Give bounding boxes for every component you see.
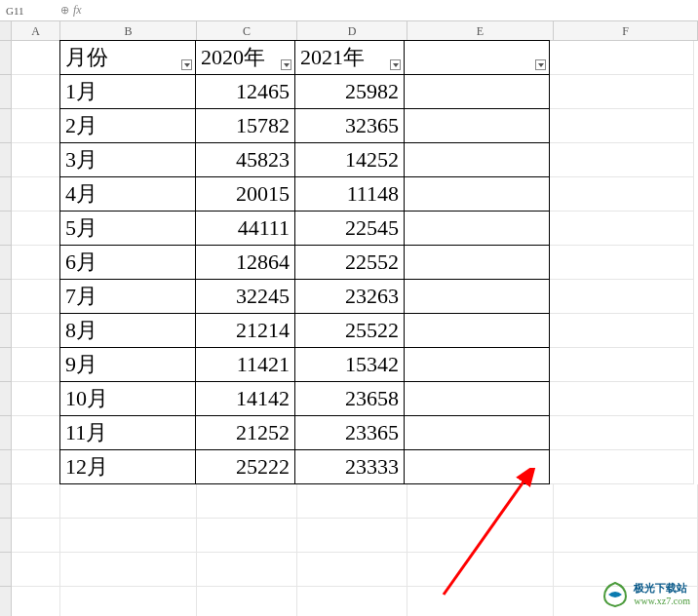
cell-y2020[interactable]: 21252 bbox=[195, 415, 295, 450]
cell[interactable] bbox=[12, 109, 60, 143]
row-header[interactable] bbox=[0, 416, 12, 450]
cell-y2020[interactable]: 11421 bbox=[195, 347, 295, 382]
cell[interactable] bbox=[297, 553, 407, 587]
cell-empty[interactable] bbox=[404, 449, 550, 484]
cell-y2021[interactable]: 14252 bbox=[294, 142, 405, 177]
row-header[interactable] bbox=[0, 246, 12, 280]
cell[interactable] bbox=[12, 348, 60, 382]
cell-y2021[interactable]: 11148 bbox=[294, 176, 405, 212]
cell-y2020[interactable]: 44111 bbox=[195, 211, 295, 246]
cell[interactable] bbox=[12, 587, 60, 616]
cell-y2020[interactable]: 45823 bbox=[195, 142, 295, 177]
col-header-D[interactable]: D bbox=[297, 21, 407, 41]
row-header[interactable] bbox=[0, 109, 12, 143]
cell[interactable] bbox=[550, 246, 694, 280]
cell-y2020[interactable]: 25222 bbox=[195, 449, 295, 484]
header-year2[interactable]: 2021年 bbox=[294, 40, 405, 75]
row-header[interactable] bbox=[0, 280, 12, 314]
cell[interactable] bbox=[554, 484, 698, 519]
cell[interactable] bbox=[550, 109, 694, 143]
cell-y2021[interactable]: 22552 bbox=[294, 245, 405, 280]
cell[interactable] bbox=[407, 484, 554, 519]
cell[interactable] bbox=[550, 314, 694, 348]
cell[interactable] bbox=[550, 75, 694, 109]
cell[interactable] bbox=[407, 519, 554, 553]
cell-empty[interactable] bbox=[404, 108, 550, 143]
cell-y2021[interactable]: 25982 bbox=[294, 74, 405, 109]
cell[interactable] bbox=[407, 553, 554, 587]
cell-month[interactable]: 3月 bbox=[59, 142, 196, 177]
col-header-E[interactable]: E bbox=[407, 21, 554, 41]
cell-y2021[interactable]: 15342 bbox=[294, 347, 405, 382]
cell[interactable] bbox=[12, 212, 60, 246]
cell[interactable] bbox=[12, 143, 60, 177]
row-header[interactable] bbox=[0, 348, 12, 382]
cell[interactable] bbox=[197, 519, 297, 553]
cell-y2020[interactable]: 12864 bbox=[195, 245, 295, 280]
cell[interactable] bbox=[12, 519, 60, 553]
cell-y2020[interactable]: 14142 bbox=[195, 381, 295, 416]
cell[interactable] bbox=[197, 484, 297, 519]
cell[interactable] bbox=[550, 280, 694, 314]
cell[interactable] bbox=[297, 484, 407, 519]
cell-y2021[interactable]: 23658 bbox=[294, 381, 405, 416]
cell[interactable] bbox=[12, 382, 60, 416]
cell[interactable] bbox=[12, 246, 60, 280]
row-header[interactable] bbox=[0, 75, 12, 109]
cell-month[interactable]: 6月 bbox=[59, 245, 196, 280]
cell-month[interactable]: 10月 bbox=[59, 381, 196, 416]
row-header[interactable] bbox=[0, 314, 12, 348]
cell-y2021[interactable]: 23365 bbox=[294, 415, 405, 450]
cell[interactable] bbox=[550, 348, 694, 382]
cell-empty[interactable] bbox=[404, 415, 550, 450]
cell[interactable] bbox=[197, 553, 297, 587]
cell[interactable] bbox=[12, 314, 60, 348]
cell-empty[interactable] bbox=[404, 347, 550, 382]
row-header[interactable] bbox=[0, 212, 12, 246]
filter-dropdown-icon[interactable] bbox=[390, 59, 401, 70]
cell-y2021[interactable]: 32365 bbox=[294, 108, 405, 143]
cell[interactable] bbox=[550, 416, 694, 450]
cell-empty[interactable] bbox=[404, 313, 550, 348]
name-box[interactable]: G11 bbox=[2, 5, 60, 17]
cell-y2020[interactable]: 32245 bbox=[195, 279, 295, 314]
filter-dropdown-icon[interactable] bbox=[535, 59, 546, 70]
select-all-corner[interactable] bbox=[0, 21, 12, 41]
cell-empty[interactable] bbox=[404, 142, 550, 177]
cell[interactable] bbox=[554, 519, 698, 553]
cell[interactable] bbox=[297, 587, 407, 616]
cell[interactable] bbox=[550, 41, 694, 75]
col-header-C[interactable]: C bbox=[197, 21, 297, 41]
cell-empty[interactable] bbox=[404, 211, 550, 246]
cell-month[interactable]: 7月 bbox=[59, 279, 196, 314]
cell-month[interactable]: 5月 bbox=[59, 211, 196, 246]
row-header[interactable] bbox=[0, 382, 12, 416]
cell-empty[interactable] bbox=[404, 279, 550, 314]
col-header-F[interactable]: F bbox=[554, 21, 698, 41]
row-header[interactable] bbox=[0, 484, 12, 519]
cell[interactable] bbox=[407, 587, 554, 616]
cell[interactable] bbox=[550, 177, 694, 212]
cell-month[interactable]: 2月 bbox=[59, 108, 196, 143]
cell-month[interactable]: 4月 bbox=[59, 176, 196, 212]
cell[interactable] bbox=[12, 75, 60, 109]
cell[interactable] bbox=[12, 41, 60, 75]
cell[interactable] bbox=[550, 212, 694, 246]
cell-month[interactable]: 11月 bbox=[59, 415, 196, 450]
cell[interactable] bbox=[60, 519, 197, 553]
filter-dropdown-icon[interactable] bbox=[181, 59, 192, 70]
row-header[interactable] bbox=[0, 553, 12, 587]
cell-y2021[interactable]: 22545 bbox=[294, 211, 405, 246]
cell-y2020[interactable]: 15782 bbox=[195, 108, 295, 143]
cell[interactable] bbox=[550, 143, 694, 177]
cell-month[interactable]: 12月 bbox=[59, 449, 196, 484]
cell[interactable] bbox=[12, 280, 60, 314]
cell-y2021[interactable]: 23263 bbox=[294, 279, 405, 314]
cell-empty[interactable] bbox=[404, 381, 550, 416]
cell[interactable] bbox=[550, 382, 694, 416]
cell-month[interactable]: 9月 bbox=[59, 347, 196, 382]
header-year1[interactable]: 2020年 bbox=[195, 40, 295, 75]
cell[interactable] bbox=[12, 416, 60, 450]
filter-dropdown-icon[interactable] bbox=[281, 59, 291, 70]
cell[interactable] bbox=[60, 484, 197, 519]
